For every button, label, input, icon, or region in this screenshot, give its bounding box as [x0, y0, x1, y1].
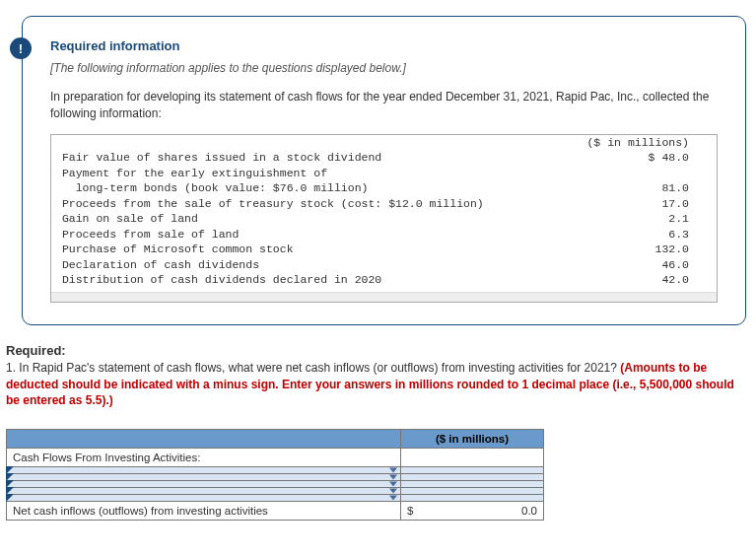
data-value: 81.0	[562, 180, 717, 196]
answer-table: ($ in millions) Cash Flows From Investin…	[6, 429, 544, 521]
data-label: Fair value of shares issued in a stock d…	[51, 150, 562, 166]
data-label: Declaration of cash dividends	[51, 257, 562, 273]
data-label: Proceeds from the sale of treasury stock…	[51, 196, 562, 212]
amount-input[interactable]	[401, 495, 544, 502]
currency-symbol: $	[407, 505, 413, 517]
answer-header-amount: ($ in millions)	[401, 430, 544, 449]
activity-dropdown[interactable]	[7, 467, 401, 474]
info-badge-icon: !	[10, 37, 32, 59]
question-block: Required: 1. In Rapid Pac's statement of…	[6, 343, 746, 521]
info-subtext: [The following information applies to th…	[50, 61, 718, 75]
amount-input[interactable]	[401, 481, 544, 488]
data-value	[562, 166, 717, 181]
total-value-cell: $ 0.0	[401, 502, 544, 521]
info-intro: In preparation for developing its statem…	[50, 89, 718, 122]
data-table: ($ in millions) Fair value of shares iss…	[51, 135, 717, 288]
data-label: Purchase of Microsoft common stock	[51, 242, 562, 257]
question-part-black: 1. In Rapid Pac's statement of cash flow…	[6, 361, 620, 375]
data-value: 132.0	[562, 242, 717, 257]
info-card: Required information [The following info…	[22, 16, 746, 325]
data-label: Gain on sale of land	[51, 211, 562, 227]
amount-input[interactable]	[401, 474, 544, 481]
required-info-heading: Required information	[50, 38, 718, 53]
activity-dropdown[interactable]	[7, 474, 401, 481]
total-label-cell: Net cash inflows (outflows) from investi…	[7, 502, 401, 521]
total-value: 0.0	[521, 505, 537, 517]
required-label: Required:	[6, 343, 746, 358]
activity-dropdown[interactable]	[7, 481, 401, 488]
activity-dropdown[interactable]	[7, 488, 401, 495]
activity-dropdown[interactable]	[7, 495, 401, 502]
data-label: long-term bonds (book value: $76.0 milli…	[51, 180, 562, 196]
amount-input[interactable]	[401, 488, 544, 495]
data-value: 46.0	[562, 257, 717, 273]
data-value: 2.1	[562, 211, 717, 227]
horizontal-scrollbar[interactable]	[51, 292, 717, 302]
data-label: Proceeds from sale of land	[51, 227, 562, 243]
data-table-container: ($ in millions) Fair value of shares iss…	[50, 134, 718, 303]
data-value: 6.3	[562, 227, 717, 243]
data-value: 17.0	[562, 196, 717, 212]
row-marker-icon	[6, 494, 14, 502]
col-header-amount: ($ in millions)	[562, 135, 717, 151]
data-value: 42.0	[562, 272, 717, 288]
answer-header-blank	[7, 430, 401, 449]
amount-input[interactable]	[401, 467, 544, 474]
data-label: Distribution of cash dividends declared …	[51, 272, 562, 288]
cash-flows-title-cell: Cash Flows From Investing Activities:	[7, 449, 401, 467]
data-value: $ 48.0	[562, 150, 717, 166]
data-label: Payment for the early extinguishment of	[51, 166, 562, 181]
question-text: 1. In Rapid Pac's statement of cash flow…	[6, 360, 746, 409]
blank-cell	[401, 449, 544, 467]
